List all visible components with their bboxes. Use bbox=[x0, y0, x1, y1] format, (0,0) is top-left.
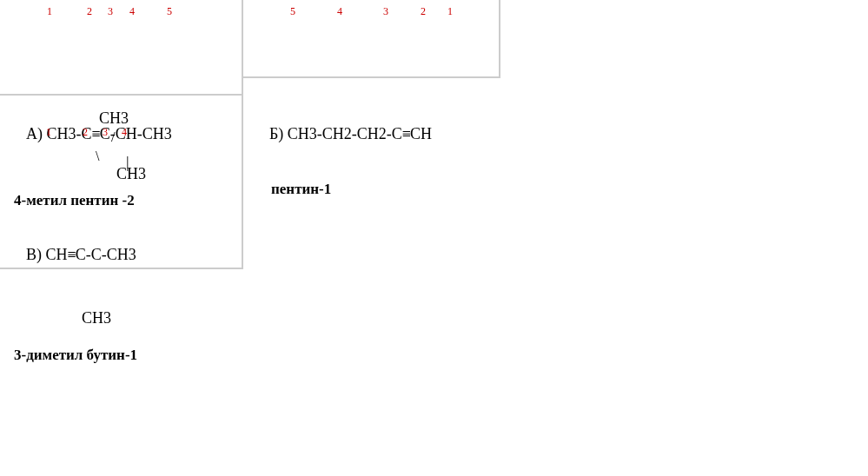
fc-p4: C bbox=[91, 246, 102, 263]
fb-p1: CH2- bbox=[322, 125, 357, 142]
fc-p5: -CH3 bbox=[102, 246, 136, 263]
label-b: Б) bbox=[269, 125, 283, 142]
name-b: пентин-1 bbox=[271, 181, 488, 198]
locant-b-1: 1 bbox=[447, 5, 453, 18]
locant-a-5: 5 bbox=[167, 5, 172, 18]
bottom-bond-c: \ bbox=[96, 149, 99, 164]
locant-a-1: 1 bbox=[47, 5, 52, 18]
locant-b-5: 5 bbox=[290, 5, 295, 18]
locant-b-4: 4 bbox=[337, 5, 342, 18]
formula-c: 1 2 3 4 / В) CH≡C-C-CH3 \ bbox=[10, 136, 231, 301]
top-bond-c: / bbox=[111, 129, 115, 145]
locant-b-2: 2 bbox=[421, 5, 426, 18]
fb-p5: CH bbox=[410, 125, 432, 142]
fb-triple: ≡ bbox=[402, 125, 410, 142]
locant-a-2: 2 bbox=[87, 5, 92, 18]
cell-c: CH3 1 2 3 4 / В) CH≡C-C-CH3 \ CH3 3-диме… bbox=[0, 96, 243, 269]
fc-p0: CH bbox=[46, 246, 68, 263]
cell-b: 5 4 3 2 1 Б) CH3-CH2-CH2-C≡CH пентин-1 bbox=[243, 0, 500, 78]
locant-a-3: 3 bbox=[108, 5, 113, 18]
locant-c-3: 3 bbox=[103, 126, 108, 139]
label-c: В) bbox=[26, 246, 42, 263]
fb-p3: C bbox=[392, 125, 402, 142]
fb-p0: CH3- bbox=[288, 125, 322, 142]
locant-b-3: 3 bbox=[383, 5, 388, 18]
cell-a: 1 2 3 4 5 А) CH3-C≡C-CH-CH3 | CH3 4-мети… bbox=[0, 0, 243, 96]
name-c: 3-диметил бутин-1 bbox=[14, 347, 231, 364]
locant-c-1: 1 bbox=[46, 126, 51, 139]
bottom-branch-c: CH3 bbox=[82, 309, 231, 327]
fc-triple: ≡ bbox=[68, 246, 76, 263]
fc-p2: C bbox=[76, 246, 86, 263]
locant-a-4: 4 bbox=[129, 5, 135, 18]
top-branch-c: CH3 bbox=[99, 109, 231, 128]
locant-c-4: 4 bbox=[122, 126, 127, 139]
locant-c-2: 2 bbox=[83, 126, 88, 139]
formula-b: 5 4 3 2 1 Б) CH3-CH2-CH2-C≡CH bbox=[254, 16, 488, 162]
fb-p2: CH2- bbox=[357, 125, 392, 142]
